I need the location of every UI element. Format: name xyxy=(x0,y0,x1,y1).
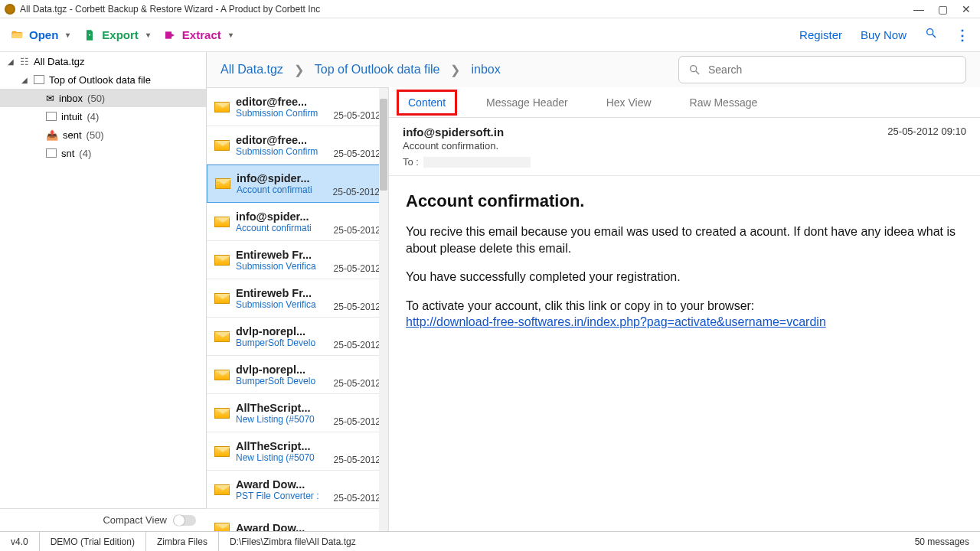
message-item[interactable]: AllTheScript... New Listing (#5070 25-05… xyxy=(207,432,388,471)
tree-top[interactable]: ◢ Top of Outlook data file xyxy=(0,70,206,89)
maximize-button[interactable]: ▢ xyxy=(938,3,948,15)
message-date: 25-05-2012 xyxy=(334,416,381,432)
tree-label: intuit xyxy=(61,111,82,122)
chevron-right-icon: ❯ xyxy=(450,63,460,77)
tree-count: (4) xyxy=(79,148,91,159)
svg-point-0 xyxy=(927,29,933,35)
close-button[interactable]: ✕ xyxy=(962,3,971,15)
message-item[interactable]: AllTheScript... New Listing (#5070 25-05… xyxy=(207,394,388,432)
mail-icon xyxy=(215,178,230,189)
status-mode: Zimbra Files xyxy=(146,532,219,551)
body-paragraph: You recive this email because you email … xyxy=(406,223,963,256)
mail-icon xyxy=(214,446,230,457)
tree-label: inbox xyxy=(59,93,83,104)
message-item[interactable]: editor@free... Submission Confirm 25-05-… xyxy=(207,126,388,165)
tab-hex-view[interactable]: Hex View xyxy=(597,92,661,113)
compact-view-row: Compact View xyxy=(0,508,207,531)
search-field[interactable] xyxy=(708,64,956,76)
toolbar: Open▾ Export▾ Extract▾ Register Buy Now … xyxy=(0,18,980,52)
mail-icon xyxy=(214,370,230,380)
status-version: v4.0 xyxy=(0,532,40,551)
message-list: editor@free... Submission Confirm 25-05-… xyxy=(207,87,389,531)
message-date: 25-05-2012 xyxy=(334,225,381,240)
message-subject: Submission Confirm xyxy=(236,146,328,157)
tree-count: (50) xyxy=(87,129,104,141)
message-item[interactable]: Entireweb Fr... Submission Verifica 25-0… xyxy=(207,241,388,279)
titlebar: All Data.tgz - Corbett Backup & Restore … xyxy=(0,0,980,18)
buy-now-link[interactable]: Buy Now xyxy=(861,28,906,41)
message-item[interactable]: dvlp-norepl... BumperSoft Develo 25-05-2… xyxy=(207,318,388,356)
compact-view-toggle[interactable] xyxy=(173,515,196,526)
chevron-right-icon: ❯ xyxy=(294,63,304,77)
statusbar: v4.0 DEMO (Trial Edition) Zimbra Files D… xyxy=(0,531,980,551)
message-from: editor@free... xyxy=(236,134,328,146)
message-item[interactable]: info@spider... Account confirmati 25-05-… xyxy=(207,165,388,203)
chevron-down-icon: ▾ xyxy=(146,31,150,39)
activation-link[interactable]: http://download-free-softwares.in/index.… xyxy=(406,315,826,328)
to-address-redacted xyxy=(423,157,531,168)
sidebar-item-sent[interactable]: 📤 sent (50) xyxy=(0,126,206,144)
message-subject: BumperSoft Develo xyxy=(236,337,328,348)
subject-line: Account confirmation. xyxy=(403,140,966,152)
message-date: 25-05-2012 xyxy=(334,340,381,355)
tree-root[interactable]: ◢ ☷ All Data.tgz xyxy=(0,52,206,70)
message-item[interactable]: Award Dow... PST File Converter : 25-05-… xyxy=(207,471,388,509)
message-from: Entireweb Fr... xyxy=(236,249,328,261)
open-button[interactable]: Open▾ xyxy=(11,28,70,41)
mail-icon: ✉ xyxy=(46,93,54,104)
breadcrumb-item[interactable]: inbox xyxy=(471,63,500,77)
sidebar-item-inbox[interactable]: ✉ inbox (50) xyxy=(0,89,206,107)
folder-icon xyxy=(46,112,57,121)
tab-raw-message[interactable]: Raw Message xyxy=(681,92,767,113)
search-input[interactable] xyxy=(678,56,966,83)
message-from: AllTheScript... xyxy=(236,440,328,452)
mail-icon xyxy=(214,102,230,112)
folder-open-icon xyxy=(11,29,23,41)
chevron-down-icon: ▾ xyxy=(66,31,70,39)
message-item[interactable]: info@spider... Account confirmati 25-05-… xyxy=(207,203,388,241)
status-edition: DEMO (Trial Edition) xyxy=(40,532,146,551)
mail-icon xyxy=(214,523,230,532)
mail-icon xyxy=(214,255,230,266)
sidebar-item-intuit[interactable]: intuit (4) xyxy=(0,107,206,126)
breadcrumb-item[interactable]: Top of Outlook data file xyxy=(315,63,440,77)
chevron-down-icon: ◢ xyxy=(21,76,29,84)
scrollbar[interactable] xyxy=(379,88,388,531)
tree-label: snt xyxy=(61,148,74,159)
tree-count: (4) xyxy=(87,111,99,122)
folder-icon xyxy=(46,148,57,158)
tree-label: Top of Outlook data file xyxy=(49,74,151,86)
app-icon xyxy=(5,4,15,15)
minimize-button[interactable]: — xyxy=(913,3,924,15)
message-item[interactable]: Award Dow... xyxy=(207,509,388,531)
message-date: 25-05-2012 xyxy=(334,302,381,317)
search-icon[interactable] xyxy=(925,27,937,43)
search-icon xyxy=(688,64,701,76)
message-item[interactable]: editor@free... Submission Confirm 25-05-… xyxy=(207,88,388,126)
message-from: info@spider... xyxy=(236,210,328,223)
message-item[interactable]: Entireweb Fr... Submission Verifica 25-0… xyxy=(207,279,388,318)
body-paragraph: To activate your account, clik this link… xyxy=(406,298,963,331)
status-path: D:\Files\Zimbra file\All Data.tgz xyxy=(219,532,367,551)
message-date: 25-05-2012 xyxy=(334,263,381,279)
tab-content[interactable]: Content xyxy=(397,90,457,116)
message-date: 25-05-2012 xyxy=(333,187,380,202)
mail-icon xyxy=(214,484,230,495)
mail-icon xyxy=(214,408,230,419)
menu-more-icon[interactable]: ⋮ xyxy=(956,27,969,44)
message-item[interactable]: dvlp-norepl... BumperSoft Develo 25-05-2… xyxy=(207,356,388,394)
mail-icon xyxy=(214,293,230,304)
export-button[interactable]: Export▾ xyxy=(83,28,150,41)
chevron-down-icon: ◢ xyxy=(8,57,15,66)
tab-message-header[interactable]: Message Header xyxy=(477,92,577,113)
svg-line-1 xyxy=(933,34,936,37)
message-subject: Submission Verifica xyxy=(236,299,328,310)
file-export-icon xyxy=(83,29,96,41)
message-subject: New Listing (#5070 xyxy=(236,414,328,425)
register-link[interactable]: Register xyxy=(799,28,842,41)
mail-icon xyxy=(214,331,230,342)
message-date: 25-05-2012 xyxy=(334,148,381,164)
extract-button[interactable]: Extract▾ xyxy=(164,28,233,41)
sidebar-item-snt[interactable]: snt (4) xyxy=(0,144,206,162)
breadcrumb-item[interactable]: All Data.tgz xyxy=(220,63,283,77)
